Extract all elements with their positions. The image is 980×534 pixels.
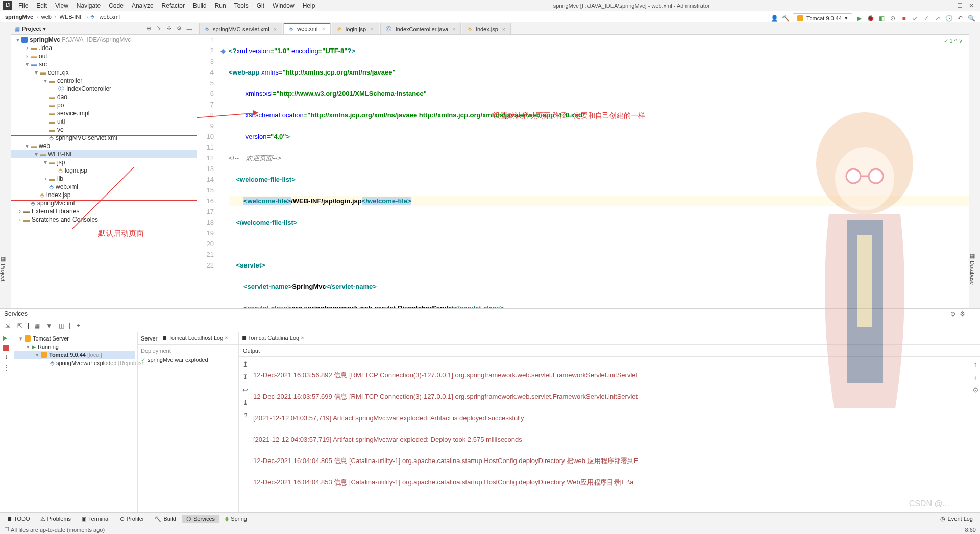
expand-icon[interactable]: ⇲	[155, 25, 163, 33]
menu-help[interactable]: Help	[300, 1, 318, 10]
caret-position[interactable]: 8:60	[965, 527, 976, 533]
inspection-indicator[interactable]: ✓ 1 ^ ∨	[944, 36, 963, 46]
menu-navigate[interactable]: Navigate	[74, 1, 104, 10]
scroll-end-icon[interactable]: ⤓	[242, 397, 248, 408]
revert-icon[interactable]: ↶	[955, 14, 965, 23]
deploy-icon[interactable]: ⤓	[4, 354, 9, 361]
xml-icon: ⬘	[205, 26, 209, 32]
collapse-icon[interactable]: ✢	[165, 25, 173, 33]
build-icon[interactable]: 🔨	[781, 14, 791, 23]
services-tree[interactable]: ▾Tomcat Server ▾▶Running ▾Tomcat 9.0.44 …	[12, 332, 138, 512]
collapse-all-icon[interactable]: ⇱	[15, 321, 24, 330]
coverage-icon[interactable]: ◧	[877, 14, 886, 23]
nav-up-icon[interactable]: ↑	[974, 359, 977, 370]
layout-icon[interactable]: ◫	[57, 321, 66, 330]
services-title: Services	[4, 310, 28, 318]
main-menu: File Edit View Navigate Code Analyze Ref…	[15, 1, 318, 10]
server-tab[interactable]: Server	[141, 335, 157, 342]
tab-services[interactable]: ⬡Services	[182, 515, 219, 523]
localhost-log-tab[interactable]: ≣ Tomcat Localhost Log ×	[162, 335, 228, 342]
menu-run[interactable]: Run	[212, 1, 229, 10]
menu-edit[interactable]: Edit	[33, 1, 50, 10]
nav-down-icon[interactable]: ↓	[974, 372, 977, 382]
menu-code[interactable]: Code	[106, 1, 127, 10]
more-icon[interactable]: ⋮	[3, 364, 9, 371]
breadcrumb-file[interactable]: web.xml	[99, 14, 121, 20]
running-icon: ▶	[32, 344, 36, 350]
hide-icon[interactable]: —	[967, 309, 976, 319]
close-tab-icon[interactable]: ×	[370, 26, 373, 32]
gear-icon[interactable]: ⚙	[958, 309, 967, 319]
close-icon[interactable]: ✕	[969, 2, 974, 9]
select-target-icon[interactable]: ⊕	[144, 25, 153, 33]
tab-event-log[interactable]: ◷Event Log	[936, 515, 977, 523]
minimize-icon[interactable]: —	[945, 2, 951, 9]
jsp-icon: ⬘	[58, 167, 63, 174]
tab-servlet-xml[interactable]: ⬘springMVC-servlet.xml×	[199, 23, 282, 34]
tab-index-jsp[interactable]: ⬘index.jsp×	[462, 23, 511, 34]
deploy-item[interactable]: ✓springMvc:war exploded	[141, 357, 235, 363]
close-tab-icon[interactable]: ×	[452, 26, 455, 32]
tab-profiler[interactable]: ⊙Profiler	[116, 515, 149, 523]
scroll-top-icon[interactable]: ↥	[242, 359, 248, 370]
tab-web-xml[interactable]: ⬘web.xml×	[283, 23, 331, 34]
services-options-icon[interactable]: ⊙	[948, 309, 958, 319]
menu-view[interactable]: View	[52, 1, 71, 10]
menu-tools[interactable]: Tools	[231, 1, 252, 10]
jsp-icon: ⬘	[337, 26, 341, 32]
close-tab-icon[interactable]: ×	[322, 26, 325, 32]
breadcrumb-webinf[interactable]: WEB-INF	[59, 14, 84, 20]
git-commit-icon[interactable]: ✓	[922, 14, 931, 23]
package-icon: ▬	[49, 93, 55, 101]
expand-all-icon[interactable]: ⇲	[3, 321, 12, 330]
menu-refactor[interactable]: Refactor	[159, 1, 188, 10]
catalina-log-tab[interactable]: ≣ Tomcat Catalina Log ×	[242, 335, 304, 342]
folder-icon: ▬	[31, 142, 37, 150]
git-update-icon[interactable]: ↙	[911, 14, 920, 23]
stop-icon[interactable]: ■	[899, 14, 909, 23]
hide-icon[interactable]: —	[185, 25, 193, 33]
tab-login-jsp[interactable]: ⬘login.jsp×	[332, 23, 379, 34]
target-icon[interactable]: ⊙	[973, 384, 978, 395]
scroll-bottom-icon[interactable]: ↧	[242, 372, 248, 382]
console-output[interactable]: 12-Dec-2021 16:03:56.892 信息 [RMI TCP Con…	[251, 357, 971, 512]
tab-todo[interactable]: ≣TODO	[3, 515, 34, 523]
menu-analyze[interactable]: Analyze	[129, 1, 157, 10]
debug-icon[interactable]: 🐞	[866, 14, 875, 23]
menu-build[interactable]: Build	[190, 1, 210, 10]
menu-git[interactable]: Git	[254, 1, 267, 10]
close-tab-icon[interactable]: ×	[274, 26, 277, 32]
add-icon[interactable]: +	[74, 321, 83, 330]
project-header[interactable]: Project	[22, 26, 41, 32]
chevron-right-icon: ›	[86, 14, 88, 20]
tab-problems[interactable]: ⚠Problems	[36, 515, 75, 523]
build-icon: 🔨	[154, 516, 161, 522]
group-icon[interactable]: ▦	[32, 321, 41, 330]
history-icon[interactable]: 🕓	[944, 14, 953, 23]
gear-icon[interactable]: ⚙	[175, 25, 183, 33]
folder-icon: ▬	[40, 151, 46, 158]
soft-wrap-icon[interactable]: ↩	[242, 384, 248, 395]
run-icon[interactable]: ▶	[854, 14, 864, 23]
close-tab-icon[interactable]: ×	[502, 26, 505, 32]
menu-file[interactable]: File	[15, 1, 31, 10]
menu-window[interactable]: Window	[270, 1, 298, 10]
tab-terminal[interactable]: ▣Terminal	[77, 515, 114, 523]
tab-build[interactable]: 🔨Build	[150, 515, 180, 523]
user-icon[interactable]: 👤	[770, 14, 779, 23]
tab-index-controller[interactable]: ⒸIndexConteroller.java×	[380, 23, 461, 34]
filter-icon[interactable]: ▼	[44, 321, 54, 330]
stop-icon[interactable]	[3, 345, 9, 351]
breadcrumb-project[interactable]: springMvc	[4, 14, 34, 20]
run-icon[interactable]: ▶	[3, 334, 10, 342]
print-icon[interactable]: 🖨	[242, 410, 249, 421]
profile-icon[interactable]: ⊙	[888, 14, 897, 23]
code-annotation: 设置默认启动页面 路径一定要和自己创建的一样	[493, 110, 645, 121]
git-push-icon[interactable]: ↗	[933, 14, 942, 23]
tab-spring[interactable]: ⬮Spring	[221, 515, 251, 523]
run-configuration[interactable]: Tomcat 9.0.44 ▾	[793, 13, 852, 23]
breadcrumb-web[interactable]: web	[40, 14, 53, 20]
chevron-down-icon[interactable]: ▾	[43, 25, 46, 32]
maximize-icon[interactable]: ☐	[957, 2, 963, 9]
search-icon[interactable]: 🔍	[967, 14, 976, 23]
